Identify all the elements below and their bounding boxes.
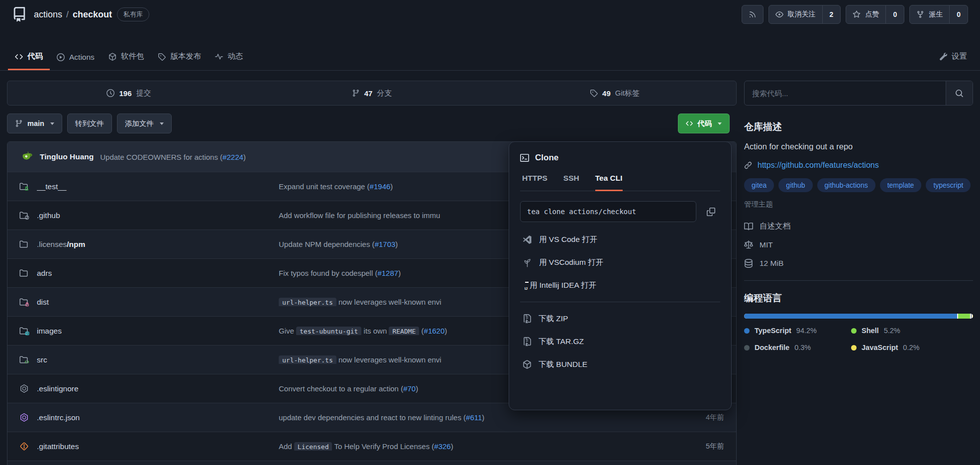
menu-item[interactable]: 下载 TAR.GZ (520, 330, 720, 353)
message-text: Update NPM dependencies ( (279, 240, 375, 248)
code-chip: README (389, 327, 419, 335)
stat-提交[interactable]: 196提交 (7, 81, 250, 105)
star-count[interactable]: 0 (885, 5, 904, 23)
topic-template[interactable]: template (880, 178, 922, 192)
topic-gitea[interactable]: gitea (744, 178, 774, 192)
language-legend-javascript[interactable]: JavaScript0.2% (851, 344, 973, 351)
manage-topics-link[interactable]: 管理主题 (744, 200, 973, 209)
message-text: To Help Verify Prod Licenses ( (332, 442, 434, 451)
divider (744, 280, 973, 281)
watch-label: 取消关注 (788, 10, 816, 19)
repo-stats-bar: 196提交47分支49Git标签 (7, 81, 737, 106)
file-name-link[interactable]: __test__ (37, 182, 279, 191)
menu-item[interactable]: 用 VS Code 打开 (520, 228, 720, 251)
code-button-label: 代码 (697, 119, 712, 128)
eye-icon: 取消关注 (769, 5, 822, 23)
meta-book[interactable]: 自述文档 (744, 217, 973, 235)
menu-item[interactable]: IJ用 Intellij IDEA 打开 (520, 274, 720, 297)
folder-lock-icon (19, 297, 29, 307)
file-name-link[interactable]: .github (37, 211, 279, 220)
rss-icon (742, 5, 763, 23)
folder-github-icon (19, 211, 29, 221)
star-button[interactable]: 点赞0 (846, 5, 904, 24)
chevron-down-icon (160, 122, 164, 125)
clone-tab-https[interactable]: HTTPS (522, 174, 547, 191)
tab-actions[interactable]: Actions (50, 53, 102, 70)
file-name-link[interactable]: adrs (37, 269, 279, 278)
tab-软件包[interactable]: 软件包 (102, 51, 151, 70)
code-chip: url-helper.ts (279, 355, 336, 364)
clone-tab-ssh[interactable]: SSH (563, 174, 579, 191)
pulse-icon (215, 53, 223, 61)
tab-版本发布[interactable]: 版本发布 (151, 51, 208, 70)
repo-owner-link[interactable]: actions (34, 9, 62, 20)
issue-link[interactable]: #70 (403, 384, 416, 393)
file-name-link[interactable]: .eslintignore (37, 384, 279, 393)
branch-selector-button[interactable]: main (7, 114, 62, 133)
fork-button[interactable]: 派生0 (909, 5, 968, 24)
language-name: JavaScript (862, 344, 898, 351)
topic-github-actions[interactable]: github-actions (817, 178, 875, 192)
commit-author[interactable]: Tingluo Huang (40, 152, 94, 161)
copy-button[interactable] (701, 202, 720, 221)
search-button[interactable] (946, 81, 973, 105)
language-segment-shell (958, 314, 970, 319)
file-name-link[interactable]: src (37, 355, 279, 364)
meta-database[interactable]: 12 MiB (744, 254, 973, 272)
branch-name: main (27, 119, 44, 127)
go-to-file-button[interactable]: 转到文件 (67, 114, 112, 133)
clone-dropdown-panel: Clone HTTPSSSHTea CLI 用 VS Code 打开用 VSCo… (509, 141, 732, 410)
issue-link[interactable]: #611 (466, 413, 482, 422)
file-name-link[interactable]: dist (37, 298, 279, 307)
file-name-link[interactable]: .gitattributes (37, 442, 279, 451)
clone-command-input[interactable] (520, 201, 696, 222)
menu-item[interactable]: 下载 BUNDLE (520, 353, 720, 376)
language-legend-shell[interactable]: Shell5.2% (851, 327, 973, 335)
code-clone-button[interactable]: 代码 (678, 114, 730, 133)
issue-link[interactable]: #326 (434, 442, 450, 451)
star-icon: 点赞 (846, 5, 885, 23)
meta-law[interactable]: MIT (744, 235, 973, 254)
star-label: 点赞 (865, 10, 879, 19)
message-text: ) (482, 413, 484, 422)
repo-website-link[interactable]: https://github.com/features/actions (758, 161, 879, 170)
topic-github[interactable]: github (778, 178, 812, 192)
language-legend-typescript[interactable]: TypeScript94.2% (744, 327, 851, 335)
vscodium-icon (523, 258, 532, 267)
issue-link[interactable]: #1287 (377, 269, 398, 277)
issue-link[interactable]: #2224 (222, 153, 243, 161)
watch-count[interactable]: 2 (822, 5, 841, 23)
menu-item[interactable]: 下载 ZIP (520, 307, 720, 330)
menu-item-label: 用 VS Code 打开 (539, 234, 597, 245)
clone-tab-tea-cli[interactable]: Tea CLI (595, 174, 623, 191)
rss-button[interactable] (742, 5, 763, 24)
language-legend-dockerfile[interactable]: Dockerfile0.3% (744, 344, 851, 351)
issue-link[interactable]: #1620 (424, 327, 445, 335)
file-commit-age: 4年前 (669, 413, 724, 422)
watch-button[interactable]: 取消关注2 (768, 5, 841, 24)
search-input[interactable] (745, 81, 946, 105)
file-name-link[interactable]: .licenses/npm (37, 240, 279, 249)
add-file-button[interactable]: 添加文件 (117, 114, 172, 133)
file-name-link[interactable]: images (37, 327, 279, 336)
language-bar (744, 314, 973, 319)
topic-typescript[interactable]: typescript (926, 178, 971, 192)
commit-message: Update CODEOWNERS for actions (#2224) (100, 153, 246, 161)
issue-link[interactable]: #1946 (370, 182, 391, 191)
file-name-link[interactable]: .eslintrc.json (37, 413, 279, 422)
tab-代码[interactable]: 代码 (8, 51, 50, 70)
tab-动态[interactable]: 动态 (208, 51, 250, 70)
folder-test-icon (19, 182, 29, 192)
repo-name-link[interactable]: checkout (73, 9, 112, 20)
menu-item[interactable]: 用 VSCodium 打开 (520, 251, 720, 274)
stat-Git标签[interactable]: 49Git标签 (493, 81, 736, 105)
tab-settings[interactable]: 设置 (934, 51, 972, 70)
table-row[interactable]: .gitattributesAdd Licensed To Help Verif… (7, 432, 736, 461)
tab-label: 代码 (27, 51, 43, 62)
stat-分支[interactable]: 47分支 (250, 81, 493, 105)
message-text: ) (390, 182, 393, 191)
issue-link[interactable]: #1703 (375, 240, 396, 248)
wrench-icon (939, 53, 947, 61)
file-commit-age: 5年前 (669, 442, 724, 451)
fork-count[interactable]: 0 (949, 5, 968, 23)
